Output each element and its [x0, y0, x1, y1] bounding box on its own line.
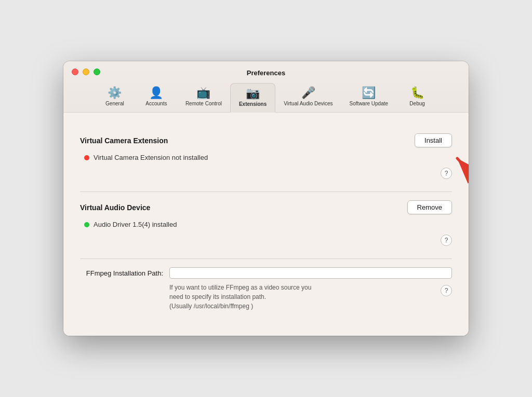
extensions-icon: 📷: [246, 88, 260, 99]
remote-control-label: Remote Control: [185, 101, 222, 106]
virtual-audio-header-row: Virtual Audio Device Remove: [80, 200, 452, 214]
virtual-camera-status-dot: [84, 155, 89, 160]
virtual-audio-content: Virtual Audio Device Remove Audio Driver…: [80, 192, 452, 254]
ffmpeg-section: FFmpeg Installation Path: If you want to…: [80, 259, 452, 319]
ffmpeg-description: If you want to utilize FFmpeg as a video…: [169, 283, 311, 311]
tab-virtual-audio-devices[interactable]: 🎤 Virtual Audio Devices: [275, 83, 341, 112]
virtual-audio-title: Virtual Audio Device: [80, 203, 150, 212]
close-button[interactable]: [72, 69, 78, 75]
debug-label: Debug: [409, 101, 424, 106]
ffmpeg-content: FFmpeg Installation Path: If you want to…: [80, 259, 452, 319]
content-area: Virtual Camera Extension Install: [63, 113, 469, 336]
general-icon: ⚙️: [108, 87, 122, 99]
virtual-audio-devices-label: Virtual Audio Devices: [284, 101, 332, 106]
virtual-camera-title: Virtual Camera Extension: [80, 136, 168, 145]
install-button-container: Install: [415, 133, 452, 147]
tab-accounts[interactable]: 👤 Accounts: [136, 83, 177, 112]
tab-extensions[interactable]: 📷 Extensions: [230, 83, 275, 113]
ffmpeg-path-input[interactable]: [169, 267, 452, 279]
virtual-audio-help-row: ?: [80, 232, 452, 246]
general-label: General: [105, 101, 124, 106]
ffmpeg-input-row: FFmpeg Installation Path:: [80, 267, 452, 279]
virtual-audio-status-row: Audio Driver 1.5(4) installed: [84, 221, 452, 228]
remote-control-icon: 📺: [196, 87, 210, 99]
preferences-window: Preferences ⚙️ General 👤 Accounts 📺 Remo…: [63, 61, 469, 336]
virtual-camera-help-button[interactable]: ?: [441, 168, 452, 179]
remove-button[interactable]: Remove: [407, 200, 452, 214]
ffmpeg-label: FFmpeg Installation Path:: [80, 269, 163, 277]
toolbar: ⚙️ General 👤 Accounts 📺 Remote Control 📷…: [72, 83, 460, 112]
virtual-camera-help-row: ?: [80, 166, 452, 179]
virtual-audio-section: Virtual Audio Device Remove Audio Driver…: [80, 192, 452, 254]
debug-icon: 🐛: [410, 87, 424, 99]
virtual-camera-section: Virtual Camera Extension Install: [80, 125, 452, 187]
tab-software-update[interactable]: 🔄 Software Update: [341, 83, 397, 112]
software-update-label: Software Update: [350, 101, 389, 106]
titlebar: Preferences ⚙️ General 👤 Accounts 📺 Remo…: [63, 61, 469, 113]
accounts-icon: 👤: [149, 87, 163, 99]
svg-line-1: [457, 158, 469, 187]
virtual-camera-status-text: Virtual Camera Extension not installed: [94, 154, 208, 161]
virtual-audio-devices-icon: 🎤: [301, 87, 315, 99]
extensions-label: Extensions: [239, 101, 267, 107]
window-title: Preferences: [72, 69, 460, 77]
ffmpeg-help-button[interactable]: ?: [441, 285, 452, 296]
virtual-camera-header-row: Virtual Camera Extension Install: [80, 133, 452, 147]
software-update-icon: 🔄: [362, 87, 376, 99]
minimize-button[interactable]: [83, 69, 89, 75]
virtual-camera-content: Virtual Camera Extension Install: [80, 125, 452, 187]
virtual-audio-status-dot: [84, 222, 89, 227]
virtual-audio-help-button[interactable]: ?: [441, 235, 452, 246]
install-button[interactable]: Install: [415, 133, 452, 147]
maximize-button[interactable]: [94, 69, 100, 75]
tab-general[interactable]: ⚙️ General: [94, 83, 136, 112]
accounts-label: Accounts: [145, 101, 167, 106]
tab-debug[interactable]: 🐛 Debug: [396, 83, 438, 112]
virtual-audio-status-text: Audio Driver 1.5(4) installed: [94, 221, 177, 228]
tab-remote-control[interactable]: 📺 Remote Control: [177, 83, 230, 112]
virtual-camera-status-row: Virtual Camera Extension not installed: [84, 154, 452, 161]
